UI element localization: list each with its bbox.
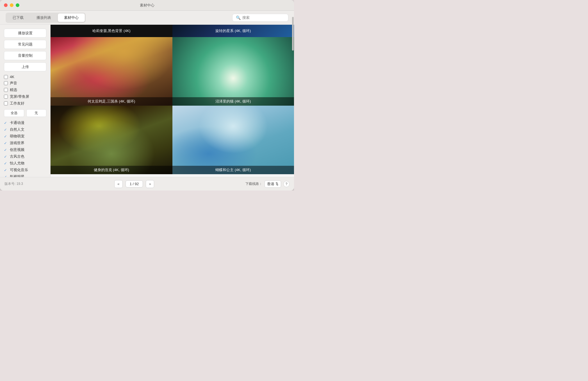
- next-page-button[interactable]: »: [146, 180, 154, 188]
- help-button[interactable]: ?: [283, 181, 290, 187]
- top-grid: 哈莉奎茵,黑色背景 (4K) 旋转的星系 (4K, 循环): [51, 25, 294, 37]
- search-input[interactable]: [242, 15, 285, 20]
- scrollbar-track: [292, 25, 294, 176]
- window-controls: [4, 3, 19, 7]
- grid-item-label: 蝴蝶和公主 (4K, 循环): [172, 166, 294, 174]
- scrollbar-thumb[interactable]: [292, 25, 294, 51]
- category-game-world[interactable]: ✓ 游戏世界: [4, 140, 46, 146]
- check-icon: ✓: [4, 155, 8, 159]
- check-icon: ✓: [4, 128, 8, 132]
- check-icon: ✓: [4, 148, 8, 152]
- top-item-galaxy-label: 旋转的星系 (4K, 循环): [215, 28, 251, 33]
- chevron-up-down-icon: ⇅: [275, 182, 279, 186]
- category-nature[interactable]: ✓ 自然人文: [4, 127, 46, 132]
- grid-item-bg: [172, 37, 294, 106]
- grid-item-bg: [51, 37, 172, 106]
- grid-item-bg: [51, 106, 172, 174]
- tab-materials[interactable]: 素材中心: [58, 13, 85, 22]
- category-ancient[interactable]: ✓ 古风古色: [4, 154, 46, 159]
- sidebar: 播放设置 常见问题 音量控制 上传 4K 声音 精选: [0, 25, 51, 177]
- grid-item-cat-marsh[interactable]: 沼泽里的猫 (4K, 循环): [172, 37, 294, 106]
- checkbox-sound[interactable]: [4, 81, 8, 85]
- maximize-button[interactable]: [16, 3, 19, 7]
- content-area: 哈莉奎茵,黑色背景 (4K) 旋转的星系 (4K, 循环) 何太后鸩足,三国杀 …: [51, 25, 294, 177]
- top-item-harley-label: 哈莉奎茵,黑色背景 (4K): [92, 28, 131, 33]
- checkbox-4k[interactable]: [4, 75, 8, 79]
- select-none-button[interactable]: 无: [26, 109, 47, 117]
- top-item-harley[interactable]: 哈莉奎茵,黑色背景 (4K): [51, 25, 172, 37]
- checkbox-work-friendly[interactable]: [4, 101, 8, 105]
- category-celebrities[interactable]: ✓ 影视明星: [4, 174, 46, 177]
- search-bar: 🔍: [232, 14, 288, 22]
- faq-button[interactable]: 常见问题: [4, 40, 46, 49]
- filter-featured[interactable]: 精选: [4, 87, 46, 92]
- check-icon: ✓: [4, 134, 8, 139]
- category-creative-video[interactable]: ✓ 创意视频: [4, 147, 46, 152]
- grid-item-snake-lady[interactable]: 何太后鸩足,三国杀 (4K, 循环): [51, 37, 172, 106]
- window-title: 素材中心: [140, 3, 154, 8]
- page-info: 1 / 92: [126, 180, 143, 187]
- grid-item-label: 沼泽里的猫 (4K, 循环): [172, 97, 294, 106]
- check-icon: ✓: [4, 121, 8, 125]
- check-icon: ✓: [4, 141, 8, 145]
- check-icon: ✓: [4, 168, 8, 172]
- filter-checkboxes: 4K 声音 精选 宽屏/带鱼屏 工作友好: [4, 75, 46, 106]
- footer: 版本号: 19.3 « 1 / 92 » 下载线路： 香港 ⇅ ?: [0, 177, 294, 190]
- pagination: « 1 / 92 »: [114, 180, 154, 188]
- filter-4k[interactable]: 4K: [4, 75, 46, 79]
- tab-group: 已下载 播放列表 素材中心: [6, 13, 86, 23]
- download-label: 下载线路：: [245, 182, 262, 186]
- category-cute-pets[interactable]: ✓ 萌物萌宠: [4, 134, 46, 139]
- upload-button[interactable]: 上传: [4, 62, 46, 71]
- filter-work-friendly[interactable]: 工作友好: [4, 101, 46, 106]
- category-beauty[interactable]: ✓ 怡人尤物: [4, 161, 46, 166]
- content-grid: 何太后鸩足,三国杀 (4K, 循环) 沼泽里的猫 (4K, 循环) 健身的浩克 …: [51, 37, 294, 174]
- volume-control-button[interactable]: 音量控制: [4, 51, 46, 60]
- download-region-value: 香港: [267, 182, 274, 187]
- minimize-button[interactable]: [10, 3, 13, 7]
- grid-item-butterfly[interactable]: 蝴蝶和公主 (4K, 循环): [172, 106, 294, 174]
- category-list: ✓ 卡通动漫 ✓ 自然人文 ✓ 萌物萌宠 ✓ 游戏世界 ✓ 创意视频: [4, 120, 46, 177]
- top-item-galaxy[interactable]: 旋转的星系 (4K, 循环): [172, 25, 294, 37]
- app-window: 素材中心 已下载 播放列表 素材中心 🔍 播放设置 常见问题 音量控制 上传 4…: [0, 0, 294, 190]
- check-icon: ✓: [4, 175, 8, 177]
- grid-item-label: 健身的浩克 (4K, 循环): [51, 166, 172, 174]
- search-icon: 🔍: [236, 15, 241, 20]
- checkbox-featured[interactable]: [4, 88, 8, 92]
- close-button[interactable]: [4, 3, 8, 7]
- titlebar: 素材中心: [0, 0, 294, 11]
- tab-downloaded[interactable]: 已下载: [6, 13, 30, 22]
- grid-item-bg: [172, 106, 294, 174]
- category-cartoon[interactable]: ✓ 卡通动漫: [4, 120, 46, 125]
- main-content: 播放设置 常见问题 音量控制 上传 4K 声音 精选: [0, 25, 294, 177]
- version-label: 版本号: 19.3: [4, 182, 23, 186]
- filter-widescreen[interactable]: 宽屏/带鱼屏: [4, 94, 46, 99]
- grid-item-hulk[interactable]: 健身的浩克 (4K, 循环): [51, 106, 172, 174]
- playback-settings-button[interactable]: 播放设置: [4, 29, 46, 38]
- category-music-visual[interactable]: ✓ 可视化音乐: [4, 167, 46, 173]
- grid-item-label: 何太后鸩足,三国杀 (4K, 循环): [51, 97, 172, 106]
- tabbar: 已下载 播放列表 素材中心 🔍: [0, 11, 294, 25]
- filter-sound[interactable]: 声音: [4, 81, 46, 86]
- prev-page-button[interactable]: «: [114, 180, 123, 188]
- download-region-select[interactable]: 香港 ⇅: [265, 180, 281, 188]
- footer-right: 下载线路： 香港 ⇅ ?: [245, 180, 290, 188]
- select-all-button[interactable]: 全选: [4, 109, 24, 117]
- tab-playlist[interactable]: 播放列表: [30, 13, 57, 22]
- checkbox-widescreen[interactable]: [4, 95, 8, 99]
- check-icon: ✓: [4, 161, 8, 165]
- select-row: 全选 无: [4, 109, 46, 117]
